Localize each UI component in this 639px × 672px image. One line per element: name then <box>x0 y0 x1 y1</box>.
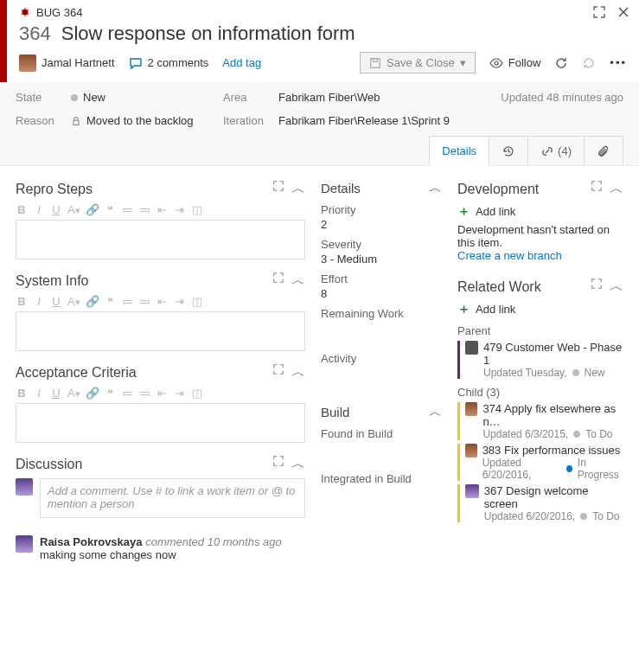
integrated-in-build-label: Integrated in Build <box>321 472 442 485</box>
related-title: Customer Web - Phase 1 <box>483 341 622 367</box>
system-info-input[interactable] <box>16 311 305 351</box>
more-icon[interactable]: ••• <box>610 56 627 69</box>
add-link-label: Add link <box>476 303 515 316</box>
effort-label: Effort <box>321 272 442 285</box>
state-label: State <box>16 91 66 104</box>
type-bar-icon <box>457 341 460 379</box>
effort-field[interactable]: 8 <box>321 287 442 300</box>
chevron-up-icon[interactable]: ︿ <box>291 363 305 381</box>
chevron-down-icon: ▾ <box>460 56 466 69</box>
system-info-title: System Info <box>16 273 88 289</box>
comment-input[interactable]: Add a comment. Use # to link a work item… <box>40 478 305 518</box>
expand-icon[interactable] <box>591 180 603 198</box>
discussion-title: Discussion <box>16 457 82 472</box>
area-label: Area <box>223 91 273 104</box>
related-add-link[interactable]: ＋ Add link <box>457 301 623 317</box>
related-item-parent[interactable]: 479 Customer Web - Phase 1 Updated Tuesd… <box>457 341 623 379</box>
expand-icon[interactable] <box>272 455 284 473</box>
remaining-work-label: Remaining Work <box>321 307 442 320</box>
chevron-up-icon[interactable]: ︿ <box>291 455 305 473</box>
iteration-label: Iteration <box>223 114 273 127</box>
links-count: (4) <box>558 144 572 157</box>
undo-icon[interactable] <box>582 56 596 70</box>
expand-icon[interactable] <box>272 272 284 290</box>
svg-rect-2 <box>373 58 377 61</box>
repro-steps-input[interactable] <box>16 220 305 259</box>
area-field[interactable]: Fabrikam Fiber\Web <box>278 91 463 104</box>
fullscreen-icon[interactable] <box>592 5 606 19</box>
chevron-up-icon[interactable]: ︿ <box>610 278 623 296</box>
iteration-field[interactable]: Fabrikam Fiber\Release 1\Sprint 9 <box>278 114 623 127</box>
dev-add-link[interactable]: ＋ Add link <box>457 203 623 220</box>
chevron-up-icon[interactable]: ︿ <box>429 180 442 196</box>
related-item-child[interactable]: 374 Apply fix elsewhere as n… Updated 6/… <box>457 402 623 440</box>
assignee-field[interactable]: Jamal Hartnett <box>19 54 115 72</box>
remaining-work-field[interactable] <box>321 322 442 335</box>
state-dot-icon <box>71 94 78 101</box>
tab-details[interactable]: Details <box>430 138 489 166</box>
assignee-name: Jamal Hartnett <box>42 56 115 69</box>
related-work-title: Related Work <box>457 279 541 295</box>
related-title: Fix performance issues <box>504 444 620 457</box>
related-item-child[interactable]: 367 Design welcome screen Updated 6/20/2… <box>457 484 623 522</box>
related-id: 479 <box>483 341 502 354</box>
chevron-up-icon[interactable]: ︿ <box>610 180 623 198</box>
svg-point-3 <box>495 61 498 65</box>
type-bar-icon <box>457 402 460 440</box>
state-dot-icon <box>573 431 580 438</box>
refresh-icon[interactable] <box>554 56 568 70</box>
rte-toolbar[interactable]: BIU A▾ 🔗❝ ≔≕⇤⇥ ◫ <box>16 203 305 216</box>
comment-time: commented 10 months ago <box>145 535 282 548</box>
severity-field[interactable]: 3 - Medium <box>321 253 442 266</box>
expand-icon[interactable] <box>272 363 284 381</box>
create-branch-link[interactable]: Create a new branch <box>457 249 623 262</box>
follow-button[interactable]: Follow <box>489 56 541 70</box>
acceptance-title: Acceptance Criteria <box>16 365 137 381</box>
expand-icon[interactable] <box>591 278 603 296</box>
rte-toolbar[interactable]: BIU A▾🔗❝ ≔≕⇤⇥◫ <box>16 387 305 400</box>
type-bar-icon <box>457 484 460 522</box>
avatar <box>465 484 479 498</box>
work-item-title[interactable]: Slow response on information form <box>61 22 355 45</box>
add-tag-link[interactable]: Add tag <box>222 56 261 69</box>
found-in-build-field[interactable] <box>321 442 442 455</box>
dev-not-started-text: Development hasn't started on this item. <box>457 223 623 249</box>
chevron-up-icon[interactable]: ︿ <box>291 272 305 290</box>
related-item-child[interactable]: 383 Fix performance issues Updated 6/20/… <box>457 444 623 481</box>
expand-icon[interactable] <box>272 180 284 198</box>
close-icon[interactable] <box>617 5 630 19</box>
comments-link[interactable]: 2 comments <box>129 56 209 70</box>
reason-field[interactable]: Moved to the backlog <box>71 114 218 127</box>
save-icon <box>369 57 381 69</box>
found-in-build-label: Found in Build <box>321 427 442 440</box>
add-link-label: Add link <box>476 205 515 218</box>
avatar <box>16 478 33 496</box>
chevron-up-icon[interactable]: ︿ <box>429 404 442 420</box>
work-item-id: 364 <box>19 22 51 45</box>
chevron-up-icon[interactable]: ︿ <box>291 180 305 198</box>
plus-icon: ＋ <box>457 203 470 220</box>
child-heading: Child (3) <box>457 386 623 399</box>
svg-rect-1 <box>371 58 380 67</box>
activity-field[interactable] <box>321 367 442 380</box>
tab-history[interactable] <box>489 137 528 165</box>
build-title: Build <box>321 405 349 419</box>
tabs: Details (4) <box>429 136 623 165</box>
integrated-in-build-field[interactable] <box>321 487 442 500</box>
state-field[interactable]: New <box>71 91 218 104</box>
priority-field[interactable]: 2 <box>321 218 442 231</box>
comment-author: Raisa Pokrovskaya <box>40 535 143 548</box>
rte-toolbar[interactable]: BIU A▾🔗❝ ≔≕⇤⇥◫ <box>16 295 305 308</box>
avatar <box>19 54 36 72</box>
save-close-button[interactable]: Save & Close ▾ <box>360 52 476 74</box>
reason-label: Reason <box>16 114 66 127</box>
eye-icon <box>489 56 503 70</box>
acceptance-input[interactable] <box>16 403 305 443</box>
tab-links[interactable]: (4) <box>528 137 585 165</box>
reason-value: Moved to the backlog <box>86 114 194 127</box>
state-dot-icon <box>566 465 572 472</box>
tab-attachments[interactable] <box>585 137 623 165</box>
related-id: 367 <box>484 484 503 497</box>
link-icon: 🔗 <box>86 203 99 216</box>
repro-steps-title: Repro Steps <box>16 182 93 197</box>
